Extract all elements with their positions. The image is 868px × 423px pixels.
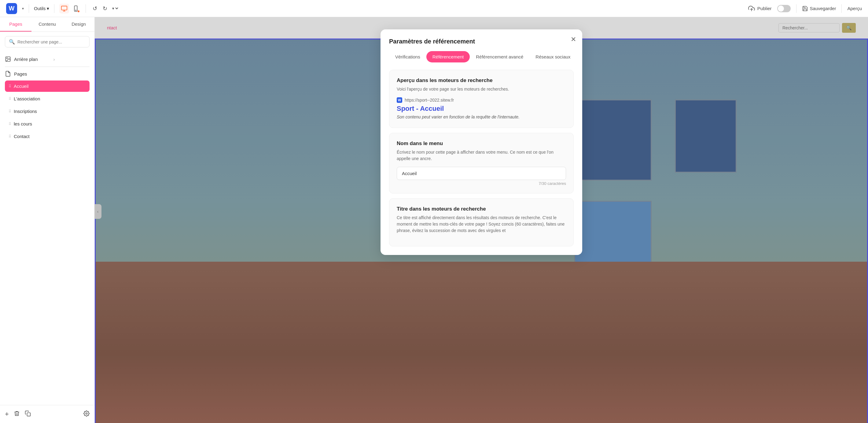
drag-handle-icon: ⠿ <box>8 84 11 88</box>
modal-tabs: Vérifications Référencement Référencemen… <box>389 51 574 62</box>
publish-toggle[interactable] <box>777 5 791 12</box>
seo-modal: Paramètres de référencement ✕ Vérificati… <box>380 29 582 255</box>
publish-button[interactable]: Publier <box>748 5 772 12</box>
main-canvas: ntact 🔍 Par <box>95 17 868 423</box>
page-item-inscriptions[interactable]: ⠿ Inscriptions <box>5 106 90 117</box>
menu-name-section: Nom dans le menu Écrivez le nom pour cet… <box>389 133 574 193</box>
topbar-right: Publier Sauvegarder Aperçu <box>748 4 862 13</box>
preview-snippet: Son contenu peut varier en fonction de l… <box>397 114 566 120</box>
menu-name-input[interactable] <box>397 167 566 180</box>
pages-header: Pages <box>5 67 90 79</box>
page-list: ⠿ Accueil ⠿ L'association ⠿ Inscriptions… <box>5 81 90 142</box>
seo-title-desc: Ce titre est affiché directement dans le… <box>397 215 566 234</box>
toggle-knob <box>778 5 784 11</box>
svg-rect-0 <box>61 6 67 10</box>
sidebar-tabs: Pages Contenu Design <box>0 17 94 32</box>
topbar-left: W ▾ Outils ▾ <box>6 3 119 14</box>
char-count: 7/30 caractères <box>397 181 566 186</box>
drag-handle-icon: ⠿ <box>8 97 11 101</box>
delete-page-button[interactable] <box>14 411 20 418</box>
search-icon: 🔍 <box>9 39 15 45</box>
undo-button[interactable]: ↺ <box>91 3 99 14</box>
tab-pages[interactable]: Pages <box>0 17 31 31</box>
svg-point-7 <box>86 413 87 414</box>
logo-w[interactable]: W <box>6 3 17 14</box>
search-preview-title: Aperçu dans les moteurs de recherche <box>397 78 566 84</box>
apercu-button[interactable]: Aperçu <box>847 6 862 11</box>
tab-referencement-avance[interactable]: Référencement avancé <box>470 51 529 62</box>
tab-verifications[interactable]: Vérifications <box>389 51 426 62</box>
url-text: https://sport--2022.sitew.fr <box>405 97 454 103</box>
divider5 <box>841 4 842 13</box>
sidebar-section-pages: Pages ⠿ Accueil ⠿ L'association ⠿ Inscri… <box>0 67 94 142</box>
divider4 <box>796 4 797 13</box>
page-item-association[interactable]: ⠿ L'association <box>5 93 90 104</box>
add-page-button[interactable]: + <box>5 410 9 418</box>
svg-point-2 <box>75 10 76 10</box>
menu-name-field-group: 7/30 caractères <box>397 167 566 186</box>
arriere-plan-item[interactable]: Arrière plan › <box>5 52 90 67</box>
save-button[interactable]: Sauvegarder <box>802 5 836 11</box>
page-item-cours[interactable]: ⠿ les cours <box>5 118 90 130</box>
search-preview-desc: Voici l'aperçu de votre page sur les mot… <box>397 86 566 92</box>
url-preview: W https://sport--2022.sitew.fr <box>397 97 566 103</box>
sidebar: Pages Contenu Design 🔍 Arrière plan › <box>0 17 95 423</box>
tab-referencement[interactable]: Référencement <box>426 51 470 62</box>
topbar: W ▾ Outils ▾ <box>0 0 868 17</box>
redo-button[interactable]: ↻ <box>101 3 109 14</box>
seo-title-section: Titre dans les moteurs de recherche Ce t… <box>389 198 574 246</box>
menu-name-desc: Écrivez le nom pour cette page à affiche… <box>397 149 566 162</box>
modal-close-button[interactable]: ✕ <box>570 35 576 44</box>
sidebar-bottom: + <box>0 405 94 423</box>
tab-reseaux-sociaux[interactable]: Réseaux sociaux <box>529 51 577 62</box>
favicon: W <box>397 97 402 103</box>
search-preview-section: Aperçu dans les moteurs de recherche Voi… <box>389 70 574 128</box>
history-dropdown[interactable]: ▾ <box>111 6 119 11</box>
tab-design[interactable]: Design <box>63 17 94 31</box>
sidebar-section-bg: Arrière plan › <box>0 52 94 67</box>
divider <box>29 4 29 13</box>
outils-chevron-icon: ▾ <box>47 6 49 11</box>
drag-handle-icon: ⠿ <box>8 122 11 126</box>
mobile-dot <box>78 10 80 12</box>
main-layout: Pages Contenu Design 🔍 Arrière plan › <box>0 17 868 423</box>
page-search-box: 🔍 <box>5 36 90 48</box>
drag-handle-icon: ⠿ <box>8 109 11 114</box>
tab-contenu[interactable]: Contenu <box>31 17 63 31</box>
modal-title: Paramètres de référencement <box>389 38 574 45</box>
seo-title-heading: Titre dans les moteurs de recherche <box>397 206 566 212</box>
search-input[interactable] <box>18 39 86 45</box>
divider3 <box>86 4 86 13</box>
mobile-icon[interactable] <box>71 4 81 13</box>
logo-chevron-icon[interactable]: ▾ <box>22 6 24 11</box>
page-title-preview: Sport - Accueil <box>397 105 566 113</box>
modal-overlay: Paramètres de référencement ✕ Vérificati… <box>95 17 868 423</box>
outils-button[interactable]: Outils ▾ <box>34 6 49 11</box>
device-icons <box>59 4 81 13</box>
tab-protection[interactable]: Protection <box>577 51 582 62</box>
drag-handle-icon: ⠿ <box>8 134 11 139</box>
arriere-plan-chevron-icon: › <box>54 57 90 62</box>
menu-name-title: Nom dans le menu <box>397 140 566 147</box>
svg-point-5 <box>7 58 7 59</box>
undo-redo-group: ↺ ↻ ▾ <box>91 3 119 14</box>
page-item-accueil[interactable]: ⠿ Accueil <box>5 81 90 92</box>
duplicate-page-button[interactable] <box>25 411 31 418</box>
page-item-contact[interactable]: ⠿ Contact <box>5 131 90 142</box>
svg-rect-6 <box>27 413 30 416</box>
desktop-icon[interactable] <box>59 4 69 13</box>
settings-page-button[interactable] <box>84 411 90 418</box>
